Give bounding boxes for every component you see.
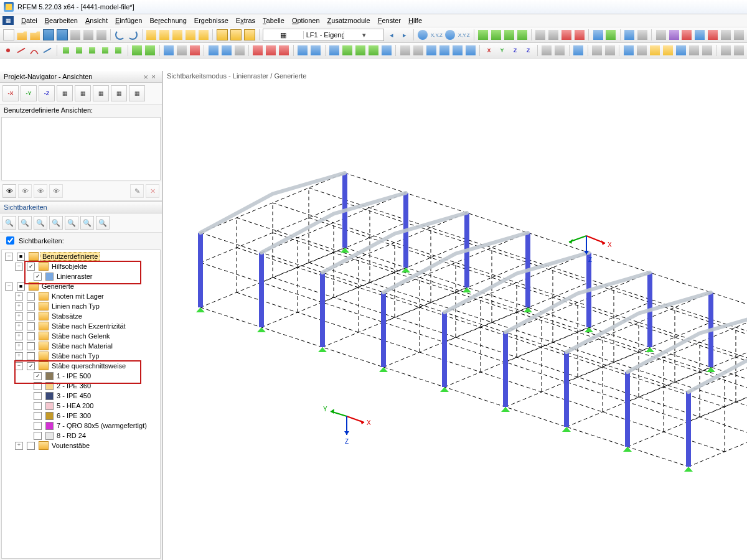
t3-c[interactable]: [233, 44, 245, 57]
t6-e[interactable]: [381, 44, 393, 57]
paste-button[interactable]: [95, 28, 107, 42]
tb-grid2[interactable]: [230, 28, 242, 42]
t5-b[interactable]: [310, 44, 322, 57]
res-k[interactable]: [733, 44, 745, 57]
line-load-button[interactable]: [73, 44, 85, 57]
cube2-button[interactable]: [451, 44, 463, 57]
tb-mod2[interactable]: [605, 28, 617, 42]
node-load-button[interactable]: [60, 44, 72, 57]
tb-grid1[interactable]: [216, 28, 228, 42]
surface-load-button[interactable]: [100, 44, 111, 57]
tb-g2[interactable]: [490, 28, 502, 42]
t3-a[interactable]: [207, 44, 219, 57]
tb-s1[interactable]: [624, 28, 636, 42]
res-c[interactable]: [622, 44, 634, 57]
open2-button[interactable]: [29, 28, 41, 42]
menu-optionen[interactable]: Optionen: [288, 16, 324, 26]
tb-c[interactable]: [171, 28, 183, 42]
tb-mod1[interactable]: [592, 28, 604, 42]
res-f[interactable]: [662, 44, 674, 57]
undo-button[interactable]: [114, 28, 126, 42]
member-load-button[interactable]: [87, 44, 98, 57]
new-button[interactable]: [2, 28, 15, 42]
t4-c[interactable]: [278, 44, 290, 57]
view-x-button[interactable]: X: [483, 44, 495, 57]
t6-a[interactable]: [329, 44, 341, 57]
dim-xyz2-button[interactable]: X,Y.Z: [458, 28, 471, 42]
tb-mesh4[interactable]: [573, 28, 585, 42]
res-j[interactable]: [720, 44, 731, 57]
tb-a[interactable]: [146, 28, 157, 42]
res-h[interactable]: [688, 44, 700, 57]
t5-a[interactable]: [297, 44, 309, 57]
menu-ansicht[interactable]: Ansicht: [82, 16, 111, 26]
tb-sel7[interactable]: [733, 28, 745, 42]
tb-b[interactable]: [159, 28, 171, 42]
res-a[interactable]: [591, 44, 603, 57]
vis-b[interactable]: [554, 44, 566, 57]
tb-g1[interactable]: [477, 28, 489, 42]
t6-c[interactable]: [355, 44, 367, 57]
cube3-button[interactable]: [464, 44, 476, 57]
hinge-button[interactable]: [144, 44, 156, 57]
menu-ergebnisse[interactable]: Ergebnisse: [190, 16, 232, 26]
menu-bearbeiten[interactable]: Bearbeiten: [41, 16, 82, 26]
tb-g4[interactable]: [516, 28, 528, 42]
t6-b[interactable]: [342, 44, 354, 57]
view-z-button[interactable]: Z: [509, 44, 521, 57]
res-e[interactable]: [649, 44, 660, 57]
tb-e[interactable]: [197, 28, 209, 42]
t4-b[interactable]: [265, 44, 277, 57]
tb-d[interactable]: [184, 28, 196, 42]
res-i[interactable]: [701, 44, 713, 57]
sec-c[interactable]: [189, 44, 200, 57]
sec-a[interactable]: [162, 44, 174, 57]
iso-view-button[interactable]: [425, 44, 437, 57]
nav-next-button[interactable]: ▸: [398, 28, 410, 42]
tb-g3[interactable]: [503, 28, 515, 42]
vis-a[interactable]: [541, 44, 553, 57]
menu-tabelle[interactable]: Tabelle: [259, 16, 288, 26]
support-button[interactable]: [131, 44, 143, 57]
tb-sel2[interactable]: [668, 28, 680, 42]
t3-b[interactable]: [220, 44, 232, 57]
member-button[interactable]: [42, 44, 54, 57]
res-d[interactable]: [636, 44, 647, 57]
menu-berechnung[interactable]: Berechnung: [146, 16, 190, 26]
menu-hilfe[interactable]: Hilfe: [405, 16, 426, 26]
menu-einfuegen[interactable]: Einfügen: [111, 16, 146, 26]
view-z2-button[interactable]: Z: [522, 44, 534, 57]
copy-button[interactable]: [83, 28, 95, 42]
system-menu-icon[interactable]: ▦: [2, 16, 14, 25]
dim-globe-button[interactable]: [444, 28, 456, 42]
print-button[interactable]: [70, 28, 82, 42]
t6-d[interactable]: [368, 44, 380, 57]
zoom-fit-button[interactable]: [412, 44, 424, 57]
solid-load-button[interactable]: [113, 44, 125, 57]
tb-sel1[interactable]: [655, 28, 667, 42]
tb-s2[interactable]: [637, 28, 649, 42]
menu-fenster[interactable]: Fenster: [374, 16, 405, 26]
tb-sel5[interactable]: [707, 28, 719, 42]
tb-sel6[interactable]: [720, 28, 732, 42]
save-all-button[interactable]: [56, 28, 68, 42]
line-button[interactable]: [16, 44, 27, 57]
menu-datei[interactable]: Datei: [17, 16, 41, 26]
res-b[interactable]: [604, 44, 616, 57]
dim-xyz-button[interactable]: X,Y.Z: [430, 28, 443, 42]
res-g[interactable]: [675, 44, 687, 57]
loadcase-selector[interactable]: ▦ LF1 - Eigengewicht ▾: [263, 29, 385, 41]
open-button[interactable]: [16, 28, 28, 42]
tb-grid3[interactable]: [243, 28, 256, 42]
chevron-down-icon[interactable]: ▾: [344, 31, 384, 39]
menu-extras[interactable]: Extras: [232, 16, 259, 26]
t4-a[interactable]: [252, 44, 264, 57]
tb-mesh2[interactable]: [548, 28, 560, 42]
globe-icon[interactable]: [417, 28, 429, 42]
nav-prev-button[interactable]: ◂: [385, 28, 397, 42]
tb-sel4[interactable]: [694, 28, 706, 42]
render-wire-button[interactable]: [573, 44, 585, 57]
arc-button[interactable]: [29, 44, 40, 57]
cube1-button[interactable]: [438, 44, 450, 57]
save-button[interactable]: [42, 28, 55, 42]
